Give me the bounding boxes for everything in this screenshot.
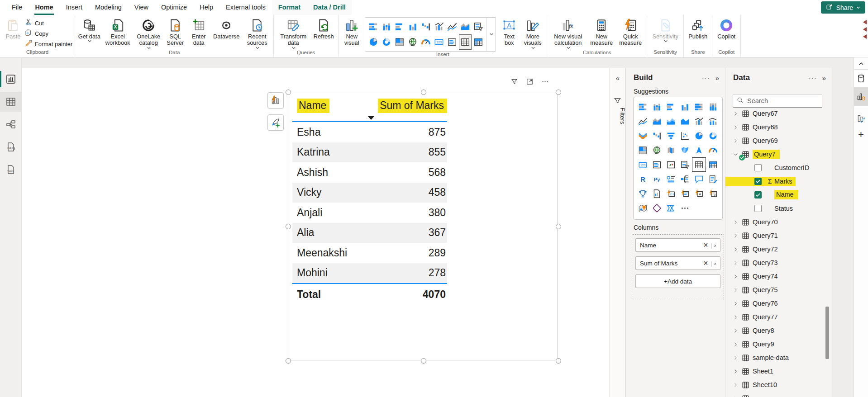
more-options-icon[interactable]: ··· xyxy=(809,74,817,82)
table-row[interactable]: Alia367 xyxy=(292,223,447,243)
menu-tab-external-tools[interactable]: External tools xyxy=(219,0,272,15)
quick-measure-button[interactable]: Quick measure xyxy=(616,17,644,47)
menu-tab-data-drill[interactable]: Data / Drill xyxy=(307,0,352,15)
chevron-right-icon[interactable] xyxy=(733,383,738,388)
gallery-line-clustered-column-combo[interactable] xyxy=(433,19,445,34)
filters-pane-title[interactable]: Filters xyxy=(610,108,626,124)
tree-table-query9[interactable]: Query9 xyxy=(725,337,825,351)
scrollbar-thumb[interactable] xyxy=(825,307,829,359)
excel-workbook-button[interactable]: XExcel workbook xyxy=(102,17,134,47)
publish-button[interactable]: Publish xyxy=(686,17,710,40)
search-input[interactable] xyxy=(747,97,815,104)
chevron-right-icon[interactable] xyxy=(733,369,738,374)
suggestion-waterfall-chart[interactable] xyxy=(650,128,664,143)
tree-table-query69[interactable]: Query69 xyxy=(725,134,825,147)
gallery-matrix[interactable] xyxy=(472,34,485,50)
recent-sources-button[interactable]: Recent sources xyxy=(243,17,271,50)
share-button[interactable]: Share xyxy=(821,1,865,14)
format-visual-button[interactable] xyxy=(267,114,284,131)
tree-field-customerid[interactable]: CustomerID xyxy=(725,161,825,175)
chevron-right-icon[interactable] xyxy=(733,301,738,306)
onelake-catalog-button[interactable]: OneLake catalog xyxy=(134,17,162,50)
chevron-right-icon[interactable] xyxy=(733,125,738,130)
gallery-waterfall-chart[interactable] xyxy=(420,19,432,34)
collapse-pane-icon[interactable]: » xyxy=(715,74,720,82)
focus-mode-icon[interactable] xyxy=(526,78,534,87)
gallery-table[interactable] xyxy=(459,34,472,50)
more-options-icon[interactable]: ··· xyxy=(702,74,710,82)
report-canvas[interactable]: Name Sum of Marks Esha875Katrina855Ashis… xyxy=(22,68,631,397)
field-checkbox[interactable] xyxy=(754,178,762,185)
format-pane-toggle-icon[interactable] xyxy=(854,111,868,126)
dax-query-view-icon[interactable]: DAX xyxy=(0,137,22,157)
gallery-stacked-bar-chart[interactable] xyxy=(367,19,380,34)
more-visuals-button[interactable]: More visuals xyxy=(521,17,544,50)
field-checkbox[interactable] xyxy=(754,191,762,198)
suggestion-power-apps[interactable] xyxy=(650,201,664,215)
suggestion-power-automate[interactable] xyxy=(664,201,678,215)
tree-table-query74[interactable]: Query74 xyxy=(725,269,825,283)
suggestion-line-clustered-column-combo[interactable] xyxy=(692,114,706,128)
suggestion-map[interactable] xyxy=(650,143,664,157)
chevron-right-icon[interactable] xyxy=(733,274,738,279)
field-chip-name[interactable]: Name✕|› xyxy=(635,238,720,252)
gallery-clustered-column-chart[interactable] xyxy=(406,19,419,34)
suggestion-multi-row-card[interactable] xyxy=(650,157,664,172)
suggestion-card[interactable]: 123 xyxy=(636,157,650,172)
suggestion-bolt-text[interactable]: A xyxy=(692,186,706,201)
suggestion-decomposition-tree[interactable] xyxy=(678,172,692,186)
suggestion-stacked-column-chart[interactable] xyxy=(650,99,664,114)
suggestion-funnel-chart[interactable] xyxy=(664,128,678,143)
suggestion-treemap[interactable] xyxy=(636,143,650,157)
resize-handle[interactable] xyxy=(421,90,426,95)
table-row[interactable]: Ashish568 xyxy=(292,162,447,183)
new-measure-button[interactable]: New measure xyxy=(587,17,615,47)
format-painter-button[interactable]: Format painter xyxy=(25,39,72,48)
suggestion-filled-area-chart[interactable] xyxy=(678,114,692,128)
chevron-right-icon[interactable] xyxy=(733,315,738,320)
tree-table-query67[interactable]: Query67 xyxy=(725,107,825,120)
chevron-right-icon[interactable] xyxy=(733,288,738,293)
suggestion-shape-map[interactable] xyxy=(678,143,692,157)
tree-field-status[interactable]: Status xyxy=(725,202,825,215)
suggestion-gauge[interactable] xyxy=(706,143,720,157)
suggestion-bolt-card[interactable]: 123 xyxy=(664,186,678,201)
get-data-button[interactable]: Get data xyxy=(77,17,101,43)
search-box[interactable] xyxy=(733,94,822,108)
field-options-icon[interactable]: › xyxy=(713,260,717,267)
suggestion-table[interactable] xyxy=(692,157,706,172)
suggestion-azure-map[interactable] xyxy=(692,143,706,157)
chevron-right-icon[interactable] xyxy=(733,260,738,265)
expand-filters-icon[interactable]: « xyxy=(610,74,626,82)
suggestion-ribbon-chart[interactable] xyxy=(636,128,650,143)
copy-button[interactable]: Copy xyxy=(25,29,72,38)
suggestion-qa-visual[interactable] xyxy=(692,172,706,186)
add-data-button[interactable]: +Add data xyxy=(635,274,720,288)
gallery-expand-icon[interactable] xyxy=(486,18,496,51)
menu-tab-help[interactable]: Help xyxy=(193,0,219,15)
field-chip-sum-of-marks[interactable]: Sum of Marks✕|› xyxy=(635,256,720,270)
suggestion-100-stacked-bar-chart[interactable] xyxy=(692,99,706,114)
auto-visual-button[interactable] xyxy=(267,92,284,109)
tree-table-query76[interactable]: Query76 xyxy=(725,297,825,310)
chevron-right-icon[interactable] xyxy=(733,220,738,225)
ribbon-scroll-arrows-icon[interactable] xyxy=(863,20,867,39)
build-pane-toggle-icon[interactable] xyxy=(854,87,868,106)
suggestion-matrix[interactable] xyxy=(706,157,720,172)
menu-tab-optimize[interactable]: Optimize xyxy=(155,0,193,15)
add-visual-icon[interactable]: + xyxy=(854,128,868,142)
table-row[interactable]: Esha875 xyxy=(292,122,447,142)
collapse-pane-icon[interactable]: » xyxy=(822,74,826,82)
menu-tab-modeling[interactable]: Modeling xyxy=(89,0,128,15)
gallery-multi-row-card[interactable] xyxy=(446,34,458,50)
table-visual[interactable]: Name Sum of Marks Esha875Katrina855Ashis… xyxy=(292,97,447,305)
chevron-right-icon[interactable] xyxy=(733,111,738,116)
suggestion-scatter-chart[interactable] xyxy=(678,128,692,143)
model-view-icon[interactable] xyxy=(0,114,22,134)
dataverse-button[interactable]: Dataverse xyxy=(210,17,242,40)
table-row[interactable]: Vicky458 xyxy=(292,183,447,203)
suggestion-area-chart[interactable] xyxy=(650,114,664,128)
tree-table-query68[interactable]: Query68 xyxy=(725,120,825,134)
refresh-button[interactable]: Refresh xyxy=(311,17,336,40)
suggestion-100-stacked-column-chart[interactable] xyxy=(706,99,720,114)
